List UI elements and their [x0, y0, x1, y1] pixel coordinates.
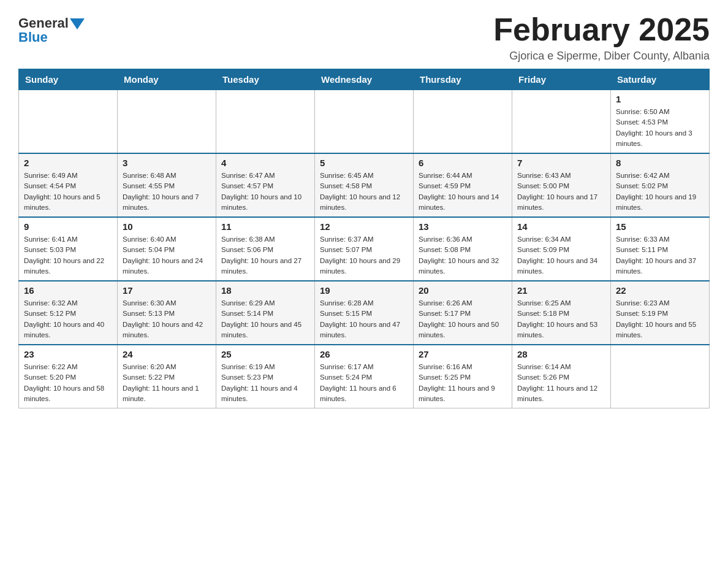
location-subtitle: Gjorica e Siperme, Diber County, Albania [493, 50, 710, 63]
day-number: 26 [320, 349, 408, 359]
calendar-day: 19Sunrise: 6:28 AM Sunset: 5:15 PM Dayli… [315, 281, 414, 345]
day-info: Sunrise: 6:43 AM Sunset: 5:00 PM Dayligh… [517, 170, 605, 213]
calendar-day: 7Sunrise: 6:43 AM Sunset: 5:00 PM Daylig… [512, 153, 611, 217]
day-header-thursday: Thursday [414, 69, 512, 90]
calendar-day: 24Sunrise: 6:20 AM Sunset: 5:22 PM Dayli… [118, 345, 216, 408]
logo: General Blue [18, 15, 85, 45]
day-number: 18 [221, 285, 309, 296]
calendar-day: 13Sunrise: 6:36 AM Sunset: 5:08 PM Dayli… [414, 217, 512, 281]
day-number: 3 [123, 158, 211, 168]
day-number: 22 [616, 285, 704, 296]
page-header: General Blue February 2025 Gjorica e Sip… [18, 12, 710, 63]
day-info: Sunrise: 6:32 AM Sunset: 5:12 PM Dayligh… [24, 298, 112, 340]
day-number: 21 [517, 285, 605, 296]
day-info: Sunrise: 6:48 AM Sunset: 4:55 PM Dayligh… [123, 170, 211, 213]
calendar-day: 2Sunrise: 6:49 AM Sunset: 4:54 PM Daylig… [19, 153, 118, 217]
day-info: Sunrise: 6:37 AM Sunset: 5:07 PM Dayligh… [320, 234, 408, 277]
calendar-day [512, 90, 611, 154]
calendar-day: 26Sunrise: 6:17 AM Sunset: 5:24 PM Dayli… [315, 345, 414, 408]
day-number: 24 [123, 349, 211, 359]
calendar-day: 9Sunrise: 6:41 AM Sunset: 5:03 PM Daylig… [19, 217, 118, 281]
day-number: 5 [320, 158, 408, 168]
calendar-week-row: 9Sunrise: 6:41 AM Sunset: 5:03 PM Daylig… [19, 217, 710, 281]
day-number: 20 [419, 285, 507, 296]
day-header-tuesday: Tuesday [216, 69, 315, 90]
day-header-monday: Monday [118, 69, 216, 90]
day-info: Sunrise: 6:49 AM Sunset: 4:54 PM Dayligh… [24, 170, 112, 213]
day-info: Sunrise: 6:22 AM Sunset: 5:20 PM Dayligh… [24, 362, 112, 404]
calendar-day [118, 90, 216, 154]
day-info: Sunrise: 6:25 AM Sunset: 5:18 PM Dayligh… [517, 298, 605, 340]
calendar-day: 22Sunrise: 6:23 AM Sunset: 5:19 PM Dayli… [611, 281, 710, 345]
day-info: Sunrise: 6:28 AM Sunset: 5:15 PM Dayligh… [320, 298, 408, 340]
day-number: 23 [24, 349, 112, 359]
day-number: 7 [517, 158, 605, 168]
day-info: Sunrise: 6:26 AM Sunset: 5:17 PM Dayligh… [419, 298, 507, 340]
calendar-day: 14Sunrise: 6:34 AM Sunset: 5:09 PM Dayli… [512, 217, 611, 281]
day-info: Sunrise: 6:44 AM Sunset: 4:59 PM Dayligh… [419, 170, 507, 213]
calendar-day: 17Sunrise: 6:30 AM Sunset: 5:13 PM Dayli… [118, 281, 216, 345]
day-info: Sunrise: 6:50 AM Sunset: 4:53 PM Dayligh… [616, 107, 704, 149]
calendar-day [216, 90, 315, 154]
day-number: 13 [419, 221, 507, 232]
day-header-wednesday: Wednesday [315, 69, 414, 90]
day-number: 17 [123, 285, 211, 296]
day-number: 8 [616, 158, 704, 168]
calendar-day: 28Sunrise: 6:14 AM Sunset: 5:26 PM Dayli… [512, 345, 611, 408]
day-number: 16 [24, 285, 112, 296]
day-number: 6 [419, 158, 507, 168]
day-number: 10 [123, 221, 211, 232]
day-number: 28 [517, 349, 605, 359]
calendar-day: 10Sunrise: 6:40 AM Sunset: 5:04 PM Dayli… [118, 217, 216, 281]
day-info: Sunrise: 6:45 AM Sunset: 4:58 PM Dayligh… [320, 170, 408, 213]
calendar-day: 21Sunrise: 6:25 AM Sunset: 5:18 PM Dayli… [512, 281, 611, 345]
day-header-friday: Friday [512, 69, 611, 90]
calendar-day: 5Sunrise: 6:45 AM Sunset: 4:58 PM Daylig… [315, 153, 414, 217]
calendar-day: 27Sunrise: 6:16 AM Sunset: 5:25 PM Dayli… [414, 345, 512, 408]
logo-blue: Blue [18, 29, 48, 45]
calendar-day: 20Sunrise: 6:26 AM Sunset: 5:17 PM Dayli… [414, 281, 512, 345]
calendar-week-row: 1Sunrise: 6:50 AM Sunset: 4:53 PM Daylig… [19, 90, 710, 154]
day-info: Sunrise: 6:14 AM Sunset: 5:26 PM Dayligh… [517, 362, 605, 404]
day-number: 11 [221, 221, 309, 232]
calendar-day: 8Sunrise: 6:42 AM Sunset: 5:02 PM Daylig… [611, 153, 710, 217]
calendar-day [611, 345, 710, 408]
calendar-day: 23Sunrise: 6:22 AM Sunset: 5:20 PM Dayli… [19, 345, 118, 408]
day-info: Sunrise: 6:40 AM Sunset: 5:04 PM Dayligh… [123, 234, 211, 277]
calendar-day: 18Sunrise: 6:29 AM Sunset: 5:14 PM Dayli… [216, 281, 315, 345]
day-info: Sunrise: 6:17 AM Sunset: 5:24 PM Dayligh… [320, 362, 408, 404]
calendar-day: 3Sunrise: 6:48 AM Sunset: 4:55 PM Daylig… [118, 153, 216, 217]
day-header-sunday: Sunday [19, 69, 118, 90]
calendar-day: 6Sunrise: 6:44 AM Sunset: 4:59 PM Daylig… [414, 153, 512, 217]
day-number: 27 [419, 349, 507, 359]
day-number: 9 [24, 221, 112, 232]
calendar-header-row: SundayMondayTuesdayWednesdayThursdayFrid… [19, 69, 710, 90]
day-info: Sunrise: 6:38 AM Sunset: 5:06 PM Dayligh… [221, 234, 309, 277]
day-info: Sunrise: 6:33 AM Sunset: 5:11 PM Dayligh… [616, 234, 704, 277]
calendar-day: 16Sunrise: 6:32 AM Sunset: 5:12 PM Dayli… [19, 281, 118, 345]
day-info: Sunrise: 6:29 AM Sunset: 5:14 PM Dayligh… [221, 298, 309, 340]
day-number: 2 [24, 158, 112, 168]
day-info: Sunrise: 6:47 AM Sunset: 4:57 PM Dayligh… [221, 170, 309, 213]
day-info: Sunrise: 6:34 AM Sunset: 5:09 PM Dayligh… [517, 234, 605, 277]
day-info: Sunrise: 6:23 AM Sunset: 5:19 PM Dayligh… [616, 298, 704, 340]
day-number: 4 [221, 158, 309, 168]
calendar-table: SundayMondayTuesdayWednesdayThursdayFrid… [18, 69, 710, 408]
day-info: Sunrise: 6:20 AM Sunset: 5:22 PM Dayligh… [123, 362, 211, 404]
day-number: 1 [616, 94, 704, 104]
calendar-day: 4Sunrise: 6:47 AM Sunset: 4:57 PM Daylig… [216, 153, 315, 217]
day-info: Sunrise: 6:41 AM Sunset: 5:03 PM Dayligh… [24, 234, 112, 277]
calendar-day: 1Sunrise: 6:50 AM Sunset: 4:53 PM Daylig… [611, 90, 710, 154]
calendar-week-row: 23Sunrise: 6:22 AM Sunset: 5:20 PM Dayli… [19, 345, 710, 408]
logo-arrow-icon [70, 18, 85, 29]
day-number: 19 [320, 285, 408, 296]
day-header-saturday: Saturday [611, 69, 710, 90]
day-info: Sunrise: 6:36 AM Sunset: 5:08 PM Dayligh… [419, 234, 507, 277]
day-info: Sunrise: 6:19 AM Sunset: 5:23 PM Dayligh… [221, 362, 309, 404]
calendar-day [414, 90, 512, 154]
calendar-day: 25Sunrise: 6:19 AM Sunset: 5:23 PM Dayli… [216, 345, 315, 408]
calendar-day: 11Sunrise: 6:38 AM Sunset: 5:06 PM Dayli… [216, 217, 315, 281]
calendar-day [315, 90, 414, 154]
day-number: 25 [221, 349, 309, 359]
month-title: February 2025 [493, 12, 710, 47]
